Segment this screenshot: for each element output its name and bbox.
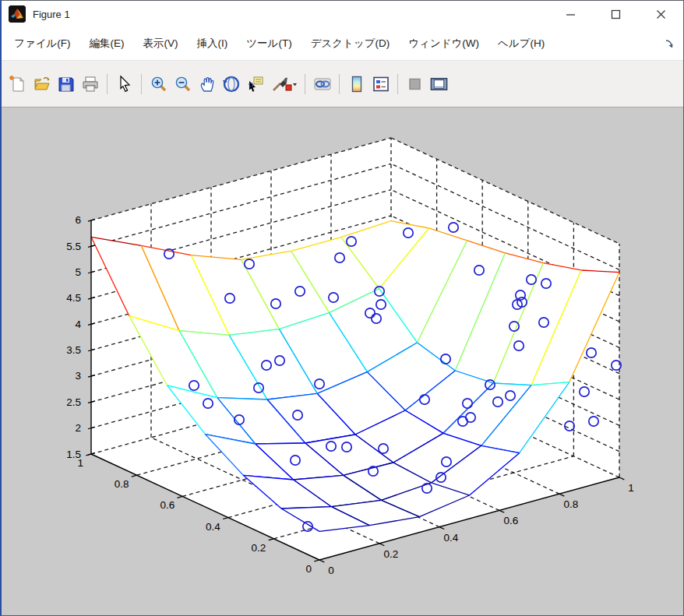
menu-edit[interactable]: 編集(E) [80,32,134,55]
tick-label: 3.5 [66,344,81,356]
brush-icon [270,75,298,93]
toolbar-separator [141,74,142,94]
tick-label: 5 [75,266,81,278]
open-folder-icon [33,75,51,93]
print-figure-button[interactable] [79,72,101,95]
menu-desktop[interactable]: デスクトップ(D) [301,32,400,55]
tick-label: 0.6 [160,499,175,511]
tick-label: 0.4 [206,521,220,533]
tick-label: 4 [75,319,81,330]
tick-label: 0 [328,565,334,576]
menu-help[interactable]: ヘルプ(H) [488,32,554,55]
link-plot-button[interactable] [311,72,333,95]
tick-label: 5.5 [66,241,81,252]
arrow-cursor-icon [115,75,134,93]
dock-arrow-icon[interactable] [665,38,675,52]
printer-icon [81,75,100,93]
tick-label: 1 [628,482,634,494]
tick-label: 4.5 [66,292,81,304]
axes-3d: 1.522.533.544.555.5600.20.40.60.8100.20.… [2,107,683,616]
zoom-out-icon [174,75,192,93]
new-figure-icon [9,75,27,93]
new-figure-button[interactable] [6,72,29,95]
matlab-logo-icon [9,5,26,23]
hide-plot-tools-icon [406,75,425,93]
save-icon [57,75,76,93]
pan-button[interactable] [196,72,218,95]
legend-icon [372,75,390,93]
colorbar-icon [347,75,366,93]
close-icon [656,9,666,19]
tick-label: 1 [77,457,83,469]
dropdown-caret-icon [293,83,297,86]
zoom-in-icon [150,75,168,93]
edit-plot-button[interactable] [113,72,136,95]
tick-label: 2.5 [66,396,81,408]
toolbar-separator [107,74,108,94]
menu-file[interactable]: ファイル(F) [5,32,80,55]
tick-label: 2 [75,422,81,434]
toolbar-separator [397,74,398,94]
toolbar-separator [305,74,305,94]
insert-colorbar-button[interactable] [345,72,368,95]
toolbar [2,61,683,107]
close-button[interactable] [638,1,683,27]
rotate-3d-button[interactable] [220,72,242,95]
link-icon [313,75,332,93]
menu-insert[interactable]: 挿入(I) [188,32,238,55]
tick-label: 0.2 [384,548,399,560]
minimize-button[interactable] [548,1,593,27]
title-bar: Figure 1 [2,1,683,27]
menu-view[interactable]: 表示(V) [134,32,188,55]
menu-bar: ファイル(F) 編集(E) 表示(V) 挿入(I) ツール(T) デスクトップ(… [2,27,683,61]
window-title: Figure 1 [33,9,70,20]
zoom-in-button[interactable] [147,72,170,95]
data-cursor-button[interactable] [244,72,266,95]
tick-label: 0.4 [444,532,459,544]
insert-legend-button[interactable] [369,72,392,95]
tick-label: 0.8 [564,498,579,510]
rotate-3d-icon [222,75,241,93]
data-cursor-icon [246,75,265,93]
show-plot-tools-button[interactable] [428,72,450,95]
save-figure-button[interactable] [55,72,77,95]
zoom-out-button[interactable] [171,72,194,95]
minimize-icon [566,9,576,19]
figure-window: Figure 1 ファイル(F) 編集(E) 表示(V) 挿入(I) ツール(T… [0,0,684,616]
tick-label: 0 [305,563,312,575]
plot-canvas[interactable]: 1.522.533.544.555.5600.20.40.60.8100.20.… [2,107,683,616]
tick-label: 0.6 [504,515,519,526]
open-file-button[interactable] [30,72,53,95]
hide-plot-tools-button[interactable] [404,72,426,95]
menu-tools[interactable]: ツール(T) [237,32,301,55]
tick-label: 0.2 [252,542,266,554]
tick-label: 6 [75,214,81,226]
pan-hand-icon [198,75,217,93]
maximize-button[interactable] [593,1,638,27]
maximize-icon [611,9,621,19]
toolbar-separator [339,74,340,94]
menu-window[interactable]: ウィンドウ(W) [399,32,488,55]
brush-data-button[interactable] [268,72,299,95]
tick-label: 0.8 [115,478,129,490]
tick-label: 3 [75,370,81,382]
show-plot-tools-icon [429,75,449,93]
